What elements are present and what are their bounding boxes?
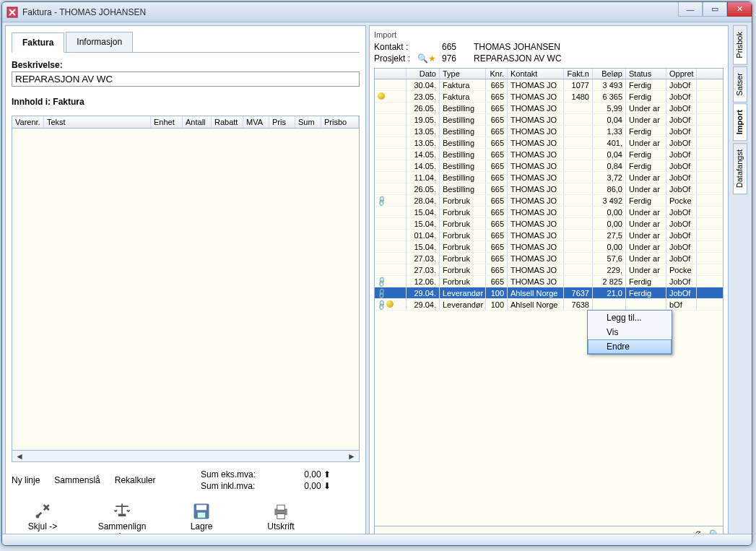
- kontakt-name: THOMAS JOHANSEN: [474, 42, 724, 52]
- col-oppret[interactable]: Oppret: [666, 69, 697, 79]
- import-meta: Kontakt : 665 THOMAS JOHANSEN Prosjekt :…: [374, 42, 724, 64]
- col-antall[interactable]: Antall: [183, 116, 212, 128]
- chain-icon: 🔗: [375, 299, 388, 310]
- col-icon[interactable]: [375, 69, 407, 79]
- innhold-body[interactable]: [12, 129, 359, 448]
- window-title: Faktura - THOMAS JOHANSEN: [22, 7, 146, 17]
- arrow-up-icon[interactable]: ⬆: [323, 469, 331, 480]
- scale-icon: [112, 501, 132, 521]
- table-row[interactable]: 27.03.Forbruk665THOMAS JO229,Under arPoc…: [375, 264, 723, 276]
- ctx-legg-til[interactable]: Legg til...: [588, 311, 672, 325]
- star-icon[interactable]: ★: [428, 53, 436, 64]
- sum-eks-label: Sum eks.mva:: [201, 469, 256, 480]
- context-menu: Legg til... Vis Endre: [587, 310, 672, 355]
- status-ball-icon: [378, 92, 385, 100]
- table-row[interactable]: 19.05.Bestilling665THOMAS JO0,04Under ar…: [375, 114, 723, 126]
- tab-informasjon[interactable]: Informasjon: [66, 32, 133, 52]
- kontakt-id: 665: [442, 42, 471, 52]
- left-tabs: Faktura Informasjon: [12, 32, 360, 53]
- table-row[interactable]: 15.04.Forbruk665THOMAS JO0,00Under arJob…: [375, 218, 723, 230]
- col-enhet[interactable]: Enhet: [151, 116, 183, 128]
- table-row[interactable]: 15.04.Forbruk665THOMAS JO0,00Under arJob…: [375, 241, 723, 253]
- table-row[interactable]: 14.05.Bestilling665THOMAS JO0,04FerdigJo…: [375, 149, 723, 160]
- col-mva[interactable]: MVA: [243, 116, 269, 128]
- table-row[interactable]: 01.04.Forbruk665THOMAS JO27,5Under arJob…: [375, 230, 723, 241]
- col-rabatt[interactable]: Rabatt: [212, 116, 243, 128]
- table-row[interactable]: 🔗12.06.Forbruk665THOMAS JO2 825FerdigJob…: [375, 276, 723, 287]
- side-tab-prisbok[interactable]: Prisbok: [733, 25, 747, 65]
- maximize-button[interactable]: ▭: [703, 2, 727, 17]
- import-grid-body[interactable]: 30.04.Faktura665THOMAS JO10773 493Ferdig…: [375, 79, 723, 526]
- col-belop[interactable]: Beløp: [593, 69, 626, 79]
- col-sum[interactable]: Sum: [295, 116, 321, 128]
- minimize-button[interactable]: —: [678, 2, 703, 17]
- import-grid-header: Dato Type Knr. Kontakt Fakt.n Beløp Stat…: [375, 69, 723, 79]
- window-controls: — ▭ ✕: [678, 2, 752, 17]
- app-window: Faktura - THOMAS JOHANSEN — ▭ ✕ Faktura …: [1, 1, 752, 546]
- prosjekt-name: REPARASJON AV WC: [474, 53, 724, 64]
- innhold-grid: Varenr. Tekst Enhet Antall Rabatt MVA Pr…: [12, 116, 360, 462]
- save-icon: [191, 501, 212, 521]
- svg-rect-7: [277, 514, 285, 519]
- sum-inkl-label: Sum inkl.mva:: [201, 481, 255, 491]
- printer-icon: [271, 501, 291, 521]
- lagre-label: Lagre: [191, 521, 213, 532]
- side-tab-import[interactable]: Import: [733, 103, 747, 141]
- table-row[interactable]: 27.03.Forbruk665THOMAS JO57,6Under arJob…: [375, 253, 723, 264]
- col-dato[interactable]: Dato: [407, 69, 440, 79]
- rekalkuler-link[interactable]: Rekalkuler: [115, 475, 156, 485]
- side-tab-datafangst[interactable]: Datafangst: [733, 143, 747, 194]
- col-knr[interactable]: Knr.: [486, 69, 508, 79]
- beskrivelse-input[interactable]: [12, 71, 360, 87]
- sum-row: Ny linje Sammenslå Rekalkuler Sum eks.mv…: [12, 462, 360, 491]
- chain-icon: 🔗: [375, 287, 388, 298]
- svg-rect-6: [277, 505, 285, 510]
- table-row[interactable]: 23.05.Faktura665THOMAS JO14806 365Ferdig…: [375, 91, 723, 103]
- innhold-label: Innhold i: Faktura: [12, 97, 360, 107]
- sum-labels: Sum eks.mva: 0,00 ⬆ Sum inkl.mva: 0,00 ⬇: [170, 469, 360, 491]
- taskbar: [2, 534, 752, 545]
- table-row[interactable]: 🔗29.04.Leverandør100Ahlsell Norge763721,…: [375, 287, 723, 299]
- col-fakt[interactable]: Fakt.n: [564, 69, 593, 79]
- arrow-down-icon[interactable]: ⬇: [323, 481, 331, 491]
- col-tekst[interactable]: Tekst: [44, 116, 151, 128]
- table-row[interactable]: 26.05.Bestilling665THOMAS JO5,99Under ar…: [375, 103, 723, 114]
- table-row[interactable]: 30.04.Faktura665THOMAS JO10773 493Ferdig…: [375, 79, 723, 91]
- close-button[interactable]: ✕: [727, 2, 752, 17]
- table-row[interactable]: 🔗28.04.Forbruk665THOMAS JO3 492FerdigPoc…: [375, 195, 723, 207]
- table-row[interactable]: 15.04.Forbruk665THOMAS JO0,00Under arJob…: [375, 207, 723, 218]
- table-row[interactable]: 11.04.Bestilling665THOMAS JO3,72Under ar…: [375, 172, 723, 183]
- col-kontakt[interactable]: Kontakt: [508, 69, 564, 79]
- col-type[interactable]: Type: [440, 69, 486, 79]
- import-grid: Dato Type Knr. Kontakt Fakt.n Beløp Stat…: [374, 68, 724, 543]
- sammensla-link[interactable]: Sammenslå: [54, 475, 100, 485]
- side-tab-satser[interactable]: Satser: [733, 66, 747, 103]
- table-row[interactable]: 14.05.Bestilling665THOMAS JO0,84FerdigJo…: [375, 160, 723, 172]
- ctx-vis[interactable]: Vis: [588, 325, 672, 339]
- prosjekt-id: 976: [442, 53, 471, 64]
- skjul-label: Skjul ->: [28, 521, 57, 532]
- tools-icon: [32, 501, 53, 521]
- import-title: Import: [374, 30, 724, 39]
- chain-icon: 🔗: [375, 195, 388, 206]
- innhold-h-scrollbar[interactable]: ◄►: [12, 450, 359, 461]
- col-prisbo[interactable]: Prisbo: [321, 116, 359, 128]
- sum-inkl-value: 0,00: [304, 481, 321, 491]
- sum-eks-value: 0,00: [304, 469, 321, 480]
- faktura-panel: Faktura Informasjon Beskrivelse: Innhold…: [5, 25, 366, 546]
- tab-faktura[interactable]: Faktura: [12, 32, 64, 53]
- kontakt-label: Kontakt :: [374, 42, 414, 52]
- utskrift-label: Utskrift: [267, 521, 294, 532]
- ny-linje-link[interactable]: Ny linje: [12, 475, 40, 485]
- import-panel: Import Kontakt : 665 THOMAS JOHANSEN Pro…: [369, 25, 729, 546]
- ctx-endre[interactable]: Endre: [588, 339, 672, 354]
- col-varenr[interactable]: Varenr.: [12, 116, 44, 128]
- table-row[interactable]: 26.05.Bestilling665THOMAS JO86,0Under ar…: [375, 183, 723, 195]
- table-row[interactable]: 🔗29.04.Leverandør100Ahlsell Norge7638bOf: [375, 299, 723, 311]
- col-pris[interactable]: Pris: [269, 116, 295, 128]
- table-row[interactable]: 13.05.Bestilling665THOMAS JO401,Under ar…: [375, 137, 723, 149]
- table-row[interactable]: 13.05.Bestilling665THOMAS JO1,33FerdigJo…: [375, 126, 723, 137]
- col-status[interactable]: Status: [626, 69, 666, 79]
- search-icon[interactable]: 🔍: [417, 53, 428, 64]
- client-area: Faktura Informasjon Beskrivelse: Innhold…: [2, 22, 752, 545]
